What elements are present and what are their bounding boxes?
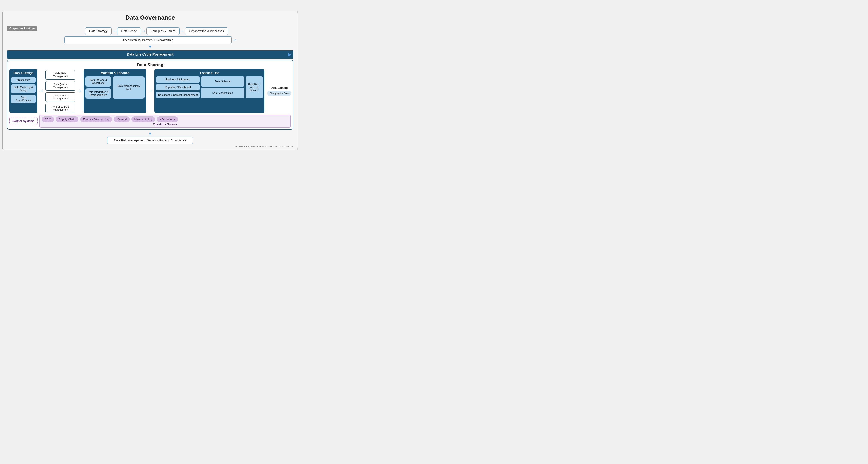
plan-item-1: Data Modeling & Design xyxy=(11,85,36,93)
accountability-box: Accountability Partner- & Stewardship xyxy=(64,36,231,44)
op-item-2: Finance / Accounting xyxy=(80,117,112,122)
mgmt-column: Meta Data Management Data Quality Manage… xyxy=(45,69,75,113)
operational-row: Partner Systems CRM Supply Chain Finance… xyxy=(9,115,291,128)
partner-systems-box: Partner Systems xyxy=(9,117,37,125)
enable-item-sci: Data Science xyxy=(201,76,245,87)
mgmt-box-3: Reference Data Management xyxy=(45,103,75,113)
data-sharing-container: Data Sharing Plan & Design Architecture … xyxy=(7,60,293,130)
risk-box: Data Risk Management: Security, Privacy,… xyxy=(107,137,193,144)
enable-item-doc: Document & Content Management xyxy=(156,92,200,98)
maintain-item-1: Data Integration & Interoperability xyxy=(85,88,111,99)
flow-arrow-2: → xyxy=(142,29,146,33)
inner-row: Plan & Design Architecture Data Modeling… xyxy=(9,69,291,113)
maintain-left: Data Storage & Operations Data Integrati… xyxy=(85,76,111,99)
enable-col-2: Data Science Data Monetization xyxy=(201,76,245,98)
enable-col-3: Data Ret. / Arch. & Decom. xyxy=(246,76,263,98)
op-label: Operational Systems xyxy=(42,123,288,126)
section-arrow-1: → xyxy=(39,88,44,94)
op-item-0: CRM xyxy=(42,117,54,122)
enable-item-ret: Data Ret. / Arch. & Decom. xyxy=(246,76,263,98)
risk-row: Data Risk Management: Security, Privacy,… xyxy=(7,137,293,144)
enable-item-mon: Data Monetization xyxy=(201,88,245,98)
mgmt-box-2: Master Data Management xyxy=(45,92,75,102)
enable-item-report: Reporting / Dashboard xyxy=(156,84,200,91)
back-arrow: ↩ xyxy=(234,38,236,42)
maintain-item-right: Data Warehousing / Lake xyxy=(113,76,145,99)
plan-item-2: Data Classification xyxy=(11,95,36,103)
enable-col-1: Business Intelligence Reporting / Dashbo… xyxy=(156,76,200,98)
mgmt-box-0: Meta Data Management xyxy=(45,70,75,79)
enable-item-bi: Business Intelligence xyxy=(156,76,200,83)
flow-item-0: Data Strategy xyxy=(85,27,112,35)
plan-item-0: Architecture xyxy=(11,77,36,83)
accountability-row: Accountability Partner- & Stewardship ↩ xyxy=(7,36,293,44)
down-arrow: ▼ xyxy=(7,44,293,49)
top-section: Corporate Strategy Data Strategy → Data … xyxy=(7,27,293,35)
mgmt-box-1: Data Quality Management xyxy=(45,81,75,91)
maintain-box: Maintain & Enhance Data Storage & Operat… xyxy=(84,69,146,113)
data-catalog-col: Data Catalog Shopping for Data xyxy=(266,69,291,113)
flow-arrow-1: → xyxy=(113,29,116,33)
plan-design-title: Plan & Design xyxy=(11,71,36,74)
page-title: Data Governance xyxy=(7,14,293,21)
flow-arrow-3: → xyxy=(180,29,184,33)
lifecycle-bar: Data Life Cycle Management xyxy=(7,51,293,59)
op-item-3: Material xyxy=(114,117,129,122)
operational-systems-wrapper: CRM Supply Chain Finance / Accounting Ma… xyxy=(39,115,291,128)
section-arrow-2: → xyxy=(77,88,82,94)
data-catalog-subtitle: Shopping for Data xyxy=(268,91,291,96)
op-item-5: eCommerce xyxy=(157,117,178,122)
flow-item-2: Principles & Ethics xyxy=(147,27,180,35)
op-item-4: Manufacturing xyxy=(131,117,155,122)
op-item-1: Supply Chain xyxy=(56,117,78,122)
flow-row: Data Strategy → Data Scope → Principles … xyxy=(7,27,293,35)
up-arrow: ▲ xyxy=(7,131,293,135)
flow-item-3: Organization & Processes xyxy=(185,27,228,35)
enable-inner: Business Intelligence Reporting / Dashbo… xyxy=(156,76,263,98)
data-catalog-title: Data Catalog xyxy=(271,86,288,89)
operational-items: CRM Supply Chain Finance / Accounting Ma… xyxy=(42,117,288,122)
flow-item-1: Data Scope xyxy=(117,27,141,35)
enable-title: Enable & Use xyxy=(156,71,263,74)
maintain-title: Maintain & Enhance xyxy=(85,71,145,74)
maintain-inner: Data Storage & Operations Data Integrati… xyxy=(85,76,145,99)
main-container: Data Governance Corporate Strategy Data … xyxy=(2,10,298,151)
data-sharing-title: Data Sharing xyxy=(9,62,291,67)
copyright: © Marco Geuer | www.business-information… xyxy=(7,145,293,148)
plan-design-box: Plan & Design Architecture Data Modeling… xyxy=(9,69,37,113)
section-arrow-3: → xyxy=(148,88,153,94)
enable-box: Enable & Use Business Intelligence Repor… xyxy=(154,69,265,113)
corporate-strategy-box: Corporate Strategy xyxy=(7,26,37,31)
maintain-item-0: Data Storage & Operations xyxy=(85,76,111,87)
